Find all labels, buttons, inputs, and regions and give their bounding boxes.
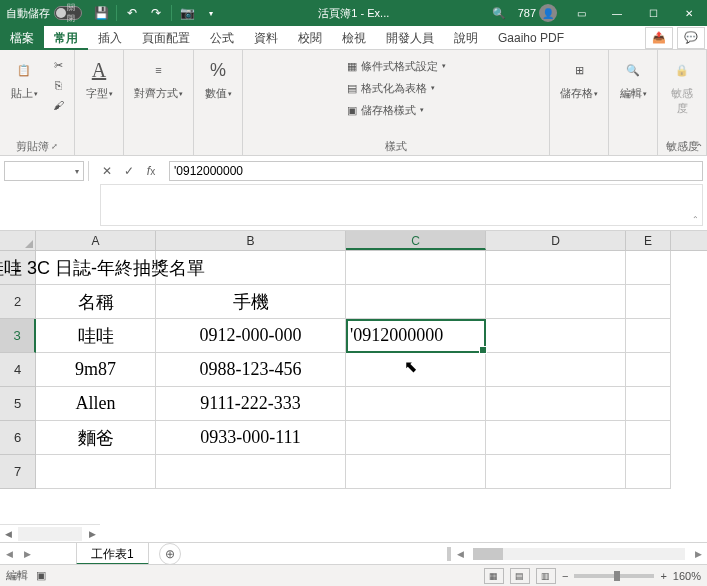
redo-icon[interactable]: ↷ — [145, 3, 167, 23]
view-normal-icon[interactable]: ▦ — [484, 568, 504, 584]
col-header-d[interactable]: D — [486, 231, 626, 250]
undo-icon[interactable]: ↶ — [121, 3, 143, 23]
cell-c5[interactable] — [346, 387, 486, 421]
cut-icon[interactable]: ✂ — [48, 56, 68, 74]
cell-a2[interactable]: 名稱 — [36, 285, 156, 319]
sheet-tab[interactable]: 工作表1 — [76, 543, 149, 565]
row-header-6[interactable]: 6 — [0, 421, 36, 455]
row-header-5[interactable]: 5 — [0, 387, 36, 421]
tab-developer[interactable]: 開發人員 — [376, 26, 444, 50]
cell-e7[interactable] — [626, 455, 671, 489]
cell-c1[interactable] — [346, 251, 486, 285]
enter-formula-icon[interactable]: ✓ — [119, 161, 139, 181]
qat-more[interactable]: ▾ — [200, 3, 222, 23]
cell-styles-button[interactable]: ▣儲存格樣式▾ — [345, 100, 426, 120]
cell-e4[interactable] — [626, 353, 671, 387]
cell-d5[interactable] — [486, 387, 626, 421]
cell-b2[interactable]: 手機 — [156, 285, 346, 319]
tab-formulas[interactable]: 公式 — [200, 26, 244, 50]
tab-data[interactable]: 資料 — [244, 26, 288, 50]
maximize-icon[interactable]: ☐ — [635, 0, 671, 26]
cell-e5[interactable] — [626, 387, 671, 421]
copy-icon[interactable]: ⎘ — [48, 76, 68, 94]
user-account[interactable]: 787 👤 — [512, 4, 563, 22]
editing-button[interactable]: 🔍 編輯▾ — [613, 52, 653, 105]
cell-b4[interactable]: 0988-123-456 — [156, 353, 346, 387]
add-sheet-button[interactable]: ⊕ — [159, 543, 181, 565]
col-header-a[interactable]: A — [36, 231, 156, 250]
cell-c3[interactable]: '0912000000 — [346, 319, 486, 353]
row-header-2[interactable]: 2 — [0, 285, 36, 319]
collapse-formula-icon[interactable]: ⌃ — [688, 215, 702, 225]
tab-home[interactable]: 常用 — [44, 26, 88, 50]
zoom-slider[interactable] — [574, 574, 654, 578]
number-button[interactable]: % 數值▾ — [198, 52, 238, 105]
col-header-b[interactable]: B — [156, 231, 346, 250]
sheet-nav-next-icon[interactable]: ▶ — [18, 549, 36, 559]
minimize-icon[interactable]: — — [599, 0, 635, 26]
fx-icon[interactable]: fx — [141, 161, 161, 181]
sensitivity-button[interactable]: 🔒 敏感 度 — [662, 52, 702, 120]
cell-b3[interactable]: 0912-000-000 — [156, 319, 346, 353]
cells-area[interactable]: 哇哇 3C 日誌-年終抽獎名單 名稱 手機 哇哇 0912-000-000 '0… — [36, 251, 671, 489]
cell-b7[interactable] — [156, 455, 346, 489]
cells-button[interactable]: ⊞ 儲存格▾ — [554, 52, 604, 105]
tab-gaaihopdf[interactable]: Gaaiho PDF — [488, 26, 574, 50]
cell-a5[interactable]: Allen — [36, 387, 156, 421]
tab-view[interactable]: 檢視 — [332, 26, 376, 50]
tab-pagelayout[interactable]: 頁面配置 — [132, 26, 200, 50]
cell-e3[interactable] — [626, 319, 671, 353]
cell-a3[interactable]: 哇哇 — [36, 319, 156, 353]
macro-record-icon[interactable]: ▣ — [36, 569, 46, 582]
cell-b6[interactable]: 0933-000-111 — [156, 421, 346, 455]
cell-e6[interactable] — [626, 421, 671, 455]
chevron-down-icon[interactable]: ▾ — [75, 167, 79, 176]
view-pagelayout-icon[interactable]: ▤ — [510, 568, 530, 584]
select-all-corner[interactable] — [0, 231, 36, 250]
share-button[interactable]: 📤 — [645, 27, 673, 49]
cancel-formula-icon[interactable]: ✕ — [97, 161, 117, 181]
cell-c6[interactable] — [346, 421, 486, 455]
scroll-right-icon[interactable]: ▶ — [84, 529, 100, 539]
zoom-out-icon[interactable]: − — [562, 570, 568, 582]
autosave-toggle[interactable]: 關閉 — [54, 6, 82, 20]
cell-d2[interactable] — [486, 285, 626, 319]
autosave[interactable]: 自動儲存 關閉 — [0, 6, 88, 21]
hscroll-track[interactable] — [473, 548, 685, 560]
view-pagebreak-icon[interactable]: ▥ — [536, 568, 556, 584]
col-header-c[interactable]: C — [346, 231, 486, 250]
row-header-3[interactable]: 3 — [0, 319, 36, 353]
cell-d6[interactable] — [486, 421, 626, 455]
cell-d7[interactable] — [486, 455, 626, 489]
cell-a4[interactable]: 9m87 — [36, 353, 156, 387]
zoom-thumb[interactable] — [614, 571, 620, 581]
cell-a6[interactable]: 麵爸 — [36, 421, 156, 455]
tab-insert[interactable]: 插入 — [88, 26, 132, 50]
conditional-formatting-button[interactable]: ▦條件式格式設定▾ — [345, 56, 448, 76]
cell-d1[interactable] — [486, 251, 626, 285]
paste-button[interactable]: 📋 貼上▾ — [4, 52, 44, 105]
save-icon[interactable]: 💾 — [90, 3, 112, 23]
cell-a1[interactable]: 哇哇 3C 日誌-年終抽獎名單 — [36, 251, 156, 285]
zoom-level[interactable]: 160% — [673, 570, 701, 582]
font-button[interactable]: A 字型▾ — [79, 52, 119, 105]
hscroll-left-icon[interactable]: ◀ — [451, 549, 469, 559]
formula-input[interactable]: '0912000000 — [169, 161, 703, 181]
tab-help[interactable]: 說明 — [444, 26, 488, 50]
cell-a7[interactable] — [36, 455, 156, 489]
formula-bar-expanded[interactable]: ⌃ — [100, 184, 703, 226]
close-icon[interactable]: ✕ — [671, 0, 707, 26]
format-as-table-button[interactable]: ▤格式化為表格▾ — [345, 78, 437, 98]
search-icon[interactable]: 🔍 — [486, 7, 512, 20]
alignment-button[interactable]: ≡ 對齊方式▾ — [128, 52, 189, 105]
col-header-e[interactable]: E — [626, 231, 671, 250]
zoom-in-icon[interactable]: + — [660, 570, 666, 582]
format-painter-icon[interactable]: 🖌 — [48, 96, 68, 114]
cell-c7[interactable] — [346, 455, 486, 489]
cell-c2[interactable] — [346, 285, 486, 319]
hscroll-right-icon[interactable]: ▶ — [689, 549, 707, 559]
row-header-7[interactable]: 7 — [0, 455, 36, 489]
cell-b5[interactable]: 9111-222-333 — [156, 387, 346, 421]
scroll-track[interactable] — [18, 527, 82, 541]
camera-icon[interactable]: 📷 — [176, 3, 198, 23]
